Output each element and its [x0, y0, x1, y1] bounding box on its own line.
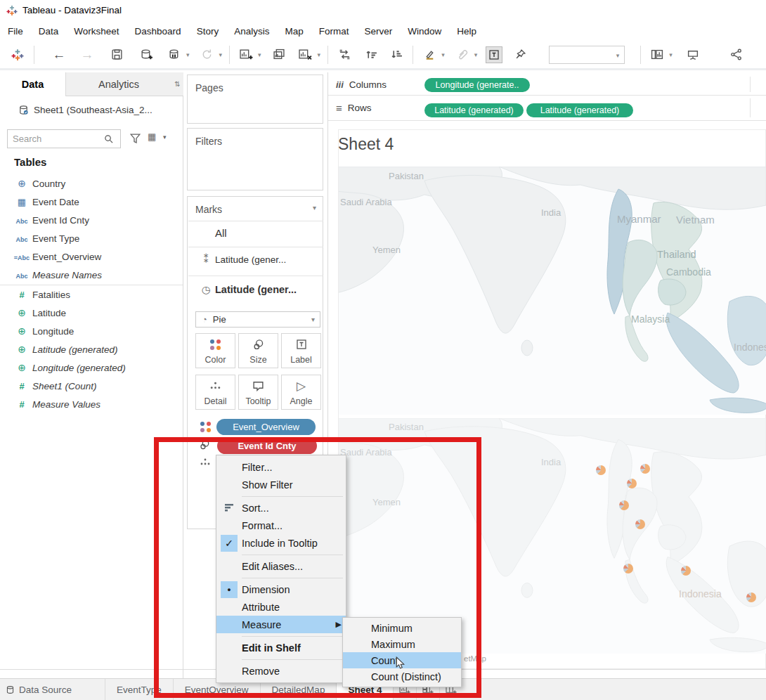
- new-worksheet-caret-icon[interactable]: ▾: [258, 51, 261, 58]
- filter-fields-icon[interactable]: [130, 134, 141, 144]
- field-event-id-cnty[interactable]: Event Id Cnty: [0, 211, 183, 229]
- field-country[interactable]: Country: [0, 174, 183, 193]
- field-sheet1-count[interactable]: Sheet1 (Count): [0, 377, 183, 395]
- map-view-top[interactable]: [339, 167, 766, 415]
- redo-icon[interactable]: →: [77, 44, 98, 65]
- highlight-caret-icon[interactable]: ▾: [441, 51, 445, 58]
- save-icon[interactable]: [106, 44, 127, 65]
- tooltip-button[interactable]: Tooltip: [238, 375, 278, 410]
- menu-item-format[interactable]: Format...: [216, 517, 346, 534]
- presentation-mode-icon[interactable]: [682, 44, 703, 65]
- swap-axes-icon[interactable]: [334, 44, 355, 65]
- menu-map[interactable]: Map: [277, 26, 311, 37]
- angle-button[interactable]: ▷ Angle: [281, 375, 321, 410]
- rows-pill-2[interactable]: Latitude (generated): [526, 103, 633, 117]
- marks-caret-icon[interactable]: ▾: [313, 204, 316, 212]
- field-longitude-generated[interactable]: Longitude (generated): [0, 358, 183, 377]
- size-button[interactable]: Size: [238, 333, 278, 368]
- menu-item-show-filter[interactable]: Show Filter: [216, 476, 346, 493]
- pie-mark[interactable]: [746, 592, 756, 602]
- menu-worksheet[interactable]: Worksheet: [66, 26, 126, 37]
- menu-item-include-in-tooltip[interactable]: ✓ Include in Tooltip: [216, 534, 346, 552]
- clear-sheet-caret-icon[interactable]: ▾: [318, 51, 321, 58]
- field-event-overview[interactable]: Event_Overview: [0, 247, 183, 266]
- field-measure-values[interactable]: Measure Values: [0, 395, 183, 413]
- pie-mark[interactable]: [619, 500, 629, 510]
- menu-item-sort[interactable]: Sort...: [216, 499, 346, 517]
- tab-analytics[interactable]: Analytics: [66, 72, 171, 96]
- tab-data[interactable]: Data: [0, 72, 66, 96]
- pause-auto-updates-icon[interactable]: [164, 44, 185, 65]
- menu-data[interactable]: Data: [31, 26, 67, 37]
- menu-help[interactable]: Help: [449, 26, 484, 37]
- pie-mark[interactable]: [681, 566, 691, 576]
- menu-analysis[interactable]: Analysis: [226, 26, 277, 37]
- field-fatalities[interactable]: Fatalities: [0, 285, 183, 304]
- field-event-type[interactable]: Event Type: [0, 229, 183, 247]
- pie-mark[interactable]: [640, 464, 650, 474]
- show-hide-cards-caret-icon[interactable]: ▾: [669, 51, 673, 58]
- share-icon[interactable]: [726, 44, 747, 65]
- view-as-list-icon[interactable]: ▦: [148, 131, 156, 142]
- fit-selector[interactable]: ▾: [549, 46, 625, 64]
- pause-updates-caret-icon[interactable]: ▾: [186, 51, 190, 58]
- menu-format[interactable]: Format: [311, 26, 357, 37]
- pie-mark[interactable]: [596, 465, 606, 475]
- pie-mark[interactable]: [627, 479, 637, 488]
- menu-story[interactable]: Story: [189, 26, 227, 37]
- highlight-icon[interactable]: [419, 44, 440, 65]
- tab-eventtype[interactable]: EventType: [105, 679, 174, 700]
- fix-axes-pin-icon[interactable]: [509, 44, 531, 65]
- menu-window[interactable]: Window: [400, 26, 449, 37]
- columns-pill[interactable]: Longitude (generate..: [424, 78, 530, 92]
- menu-item-measure[interactable]: Measure ▶: [216, 616, 346, 633]
- tab-data-source[interactable]: Data Source: [0, 679, 105, 700]
- menu-item-filter[interactable]: Filter...: [216, 458, 346, 476]
- clear-sheet-icon[interactable]: [295, 44, 316, 65]
- marks-layer-map[interactable]: ⁑ Latitude (gener...: [188, 248, 323, 271]
- menu-item-edit-in-shelf[interactable]: Edit in Shelf: [216, 639, 346, 656]
- menu-file[interactable]: File: [0, 26, 31, 37]
- pages-shelf[interactable]: Pages: [187, 74, 323, 124]
- marks-layer-pie[interactable]: ◷ Latitude (gener...: [188, 278, 323, 301]
- refresh-icon[interactable]: [197, 44, 218, 65]
- menu-item-attribute[interactable]: Attribute: [216, 598, 346, 616]
- view-as-caret-icon[interactable]: ▾: [163, 134, 167, 141]
- color-pill[interactable]: Event_Overview: [216, 419, 316, 435]
- sort-descending-icon[interactable]: [386, 44, 407, 65]
- show-mark-labels-button[interactable]: [486, 46, 502, 63]
- filters-shelf[interactable]: Filters: [187, 128, 323, 190]
- datasource-item[interactable]: Sheet1 (Southeast-Asia_2...: [0, 99, 183, 120]
- duplicate-sheet-icon[interactable]: [268, 44, 290, 65]
- new-worksheet-icon[interactable]: [235, 44, 257, 65]
- search-box[interactable]: [7, 129, 121, 148]
- submenu-item-maximum[interactable]: Maximum: [343, 636, 461, 652]
- color-button[interactable]: Color: [195, 333, 235, 368]
- menu-dashboard[interactable]: Dashboard: [127, 26, 189, 37]
- undo-icon[interactable]: ←: [48, 44, 70, 65]
- submenu-item-count-distinct[interactable]: Count (Distinct): [343, 668, 461, 685]
- field-measure-names[interactable]: Measure Names: [0, 266, 183, 284]
- marks-layer-all[interactable]: All: [188, 221, 323, 244]
- new-datasource-icon[interactable]: [136, 44, 157, 65]
- menu-server[interactable]: Server: [356, 26, 400, 37]
- group-members-icon[interactable]: [452, 44, 473, 65]
- detail-button[interactable]: Detail: [195, 375, 235, 410]
- menu-item-remove[interactable]: Remove: [216, 662, 346, 680]
- refresh-caret-icon[interactable]: ▾: [219, 51, 223, 58]
- mark-type-dropdown[interactable]: ◔ Pie ▾: [195, 311, 320, 328]
- tableau-home-icon[interactable]: [7, 44, 28, 65]
- field-latitude-generated[interactable]: Latitude (generated): [0, 340, 183, 358]
- field-event-date[interactable]: Event Date: [0, 193, 183, 211]
- submenu-item-minimum[interactable]: Minimum: [343, 620, 461, 636]
- pane-sort-icon[interactable]: ⇅: [171, 72, 183, 96]
- pie-mark[interactable]: [635, 519, 645, 529]
- field-latitude[interactable]: Latitude: [0, 304, 183, 322]
- menu-item-edit-aliases[interactable]: Edit Aliases...: [216, 557, 346, 575]
- columns-shelf[interactable]: iii Columns: [328, 74, 766, 96]
- group-members-caret-icon[interactable]: ▾: [474, 51, 478, 58]
- menu-item-dimension[interactable]: ● Dimension: [216, 581, 346, 598]
- sort-ascending-icon[interactable]: [361, 44, 382, 65]
- rows-pill-1[interactable]: Latitude (generated): [424, 103, 524, 117]
- search-input[interactable]: [13, 134, 104, 144]
